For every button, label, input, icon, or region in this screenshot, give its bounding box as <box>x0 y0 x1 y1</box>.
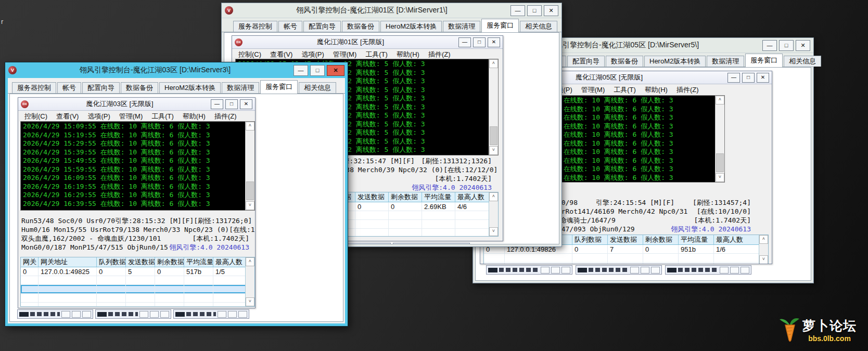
tab-server-control[interactable]: 服务器控制 <box>233 21 277 32</box>
restore-button[interactable] <box>720 267 729 274</box>
tab-data-clean[interactable]: 数据清理 <box>707 56 744 67</box>
scroll-track[interactable] <box>246 266 254 297</box>
scroll-up-icon[interactable]: ˄ <box>759 235 768 244</box>
table-scrollbar[interactable]: ˄ ˅ <box>245 257 254 306</box>
close-button[interactable] <box>741 267 749 274</box>
minimized-window-strip[interactable] <box>486 265 572 275</box>
maximize-button[interactable] <box>150 311 159 318</box>
tab-data-backup[interactable]: 数据备份 <box>342 21 379 32</box>
menu-plugin[interactable]: 插件(Z) <box>676 85 699 95</box>
scroll-track[interactable] <box>489 68 498 146</box>
child-titlebar[interactable]: DX 魔化江湖03区 [无限版] — □ ✕ <box>18 98 255 111</box>
child-minimize-button[interactable]: — <box>458 37 471 47</box>
maximize-button[interactable] <box>449 244 457 245</box>
menu-tools[interactable]: 工具(T) <box>614 85 636 95</box>
maximize-button[interactable]: □ <box>310 65 325 76</box>
restore-button[interactable] <box>630 267 639 274</box>
tab-data-clean[interactable]: 数据清理 <box>443 21 480 32</box>
menu-tools[interactable]: 工具(T) <box>365 50 388 59</box>
scroll-down-icon[interactable]: ˅ <box>489 227 498 236</box>
menu-tools[interactable]: 工具(T) <box>151 112 174 121</box>
menu-view[interactable]: 查看(V) <box>56 112 79 121</box>
restore-button[interactable] <box>61 311 70 318</box>
close-button[interactable]: ✕ <box>544 5 558 16</box>
close-button[interactable] <box>651 267 660 274</box>
maximize-button[interactable] <box>730 267 739 274</box>
gateway-row[interactable]: 0127.0.0.1:49825050517b1/5 <box>21 267 246 276</box>
menu-view[interactable]: 查看(V) <box>270 50 292 59</box>
scroll-track[interactable] <box>489 201 498 227</box>
titlebar[interactable]: V 翎风引擎控制台-魔化江湖01区 [D:\MirServer1\] — □ ✕ <box>222 3 561 18</box>
titlebar[interactable]: V 翎风引擎控制台-魔化江湖03区 [D:\MirServer3\] — □ ✕ <box>5 62 348 78</box>
minimize-button[interactable]: — <box>762 40 777 51</box>
tab-account[interactable]: 帐号 <box>57 82 81 93</box>
scroll-up-icon[interactable]: ˄ <box>489 59 498 68</box>
maximize-button[interactable] <box>551 267 560 274</box>
tab-config-wizard[interactable]: 配置向导 <box>82 82 120 93</box>
child-restore-button[interactable]: □ <box>225 99 238 109</box>
close-button[interactable] <box>380 244 389 245</box>
menu-manage[interactable]: 管理(M) <box>119 112 143 121</box>
close-button[interactable] <box>82 311 91 318</box>
scroll-down-icon[interactable]: ˅ <box>489 146 498 155</box>
scroll-thumb[interactable] <box>716 153 724 172</box>
restore-button[interactable] <box>218 311 226 318</box>
menu-control[interactable]: 控制(C) <box>238 50 261 59</box>
child-restore-button[interactable]: □ <box>742 73 755 83</box>
restore-button[interactable] <box>359 244 368 245</box>
scroll-track[interactable] <box>246 131 254 201</box>
tab-service-window[interactable]: 服务窗口 <box>260 80 298 94</box>
scroll-up-icon[interactable]: ˄ <box>716 96 724 105</box>
selected-table-row[interactable] <box>21 285 246 294</box>
scroll-up-icon[interactable]: ˄ <box>246 122 254 131</box>
tab-data-backup[interactable]: 数据备份 <box>606 56 643 67</box>
tab-data-clean[interactable]: 数据清理 <box>222 82 259 93</box>
close-button[interactable]: ✕ <box>796 40 810 51</box>
child-minimize-button[interactable]: — <box>727 73 740 83</box>
tab-herom2-convert[interactable]: HeroM2版本转换 <box>644 56 706 67</box>
table-scrollbar[interactable]: ˄ ˅ <box>489 192 498 236</box>
close-button[interactable] <box>561 267 570 274</box>
minimize-button[interactable]: — <box>293 65 308 76</box>
maximize-button[interactable]: □ <box>779 40 794 51</box>
child-minimize-button[interactable]: — <box>211 99 223 109</box>
menu-help[interactable]: 帮助(H) <box>183 112 206 121</box>
maximize-button[interactable] <box>72 311 81 318</box>
scroll-thumb[interactable] <box>246 181 254 200</box>
tab-herom2-convert[interactable]: HeroM2版本转换 <box>159 82 221 93</box>
maximize-button[interactable] <box>369 244 378 245</box>
child-close-button[interactable]: ✕ <box>240 99 252 109</box>
menu-help[interactable]: 帮助(H) <box>397 50 419 59</box>
table-row[interactable] <box>484 263 760 264</box>
tab-server-control[interactable]: 服务器控制 <box>12 82 56 93</box>
minimized-window-strip[interactable] <box>173 309 249 319</box>
close-button[interactable] <box>160 311 169 318</box>
tab-account[interactable]: 帐号 <box>278 21 302 32</box>
console-scrollbar[interactable]: ˄ ˅ <box>489 59 498 155</box>
tab-related-info[interactable]: 相关信息 <box>299 82 336 93</box>
close-button[interactable] <box>459 244 468 245</box>
child-close-button[interactable]: ✕ <box>757 73 769 83</box>
table-row[interactable] <box>21 276 246 285</box>
restore-button[interactable] <box>541 267 550 274</box>
tab-related-info[interactable]: 相关信息 <box>520 21 557 32</box>
child-restore-button[interactable]: □ <box>473 37 486 47</box>
menu-help[interactable]: 帮助(H) <box>645 85 668 95</box>
tab-service-window[interactable]: 服务窗口 <box>745 54 783 67</box>
menu-manage[interactable]: 管理(M) <box>333 50 357 59</box>
menu-options[interactable]: 选项(P) <box>301 50 324 59</box>
table-row[interactable] <box>21 303 246 306</box>
close-button[interactable]: ✕ <box>327 65 344 76</box>
menu-control[interactable]: 控制(C) <box>24 112 47 121</box>
console-scrollbar[interactable]: ˄ ˅ <box>715 96 724 182</box>
scroll-thumb[interactable] <box>490 126 497 145</box>
tab-config-wizard[interactable]: 配置向导 <box>567 56 605 67</box>
tab-service-window[interactable]: 服务窗口 <box>481 19 519 32</box>
tab-related-info[interactable]: 相关信息 <box>784 56 821 67</box>
scroll-track[interactable] <box>716 105 724 173</box>
minimized-window-strip[interactable] <box>17 309 93 319</box>
tab-config-wizard[interactable]: 配置向导 <box>303 21 341 32</box>
restore-button[interactable] <box>139 311 148 318</box>
console-scrollbar[interactable]: ˄ ˅ <box>245 122 254 210</box>
table-scrollbar[interactable]: ˄ ˅ <box>759 235 768 264</box>
